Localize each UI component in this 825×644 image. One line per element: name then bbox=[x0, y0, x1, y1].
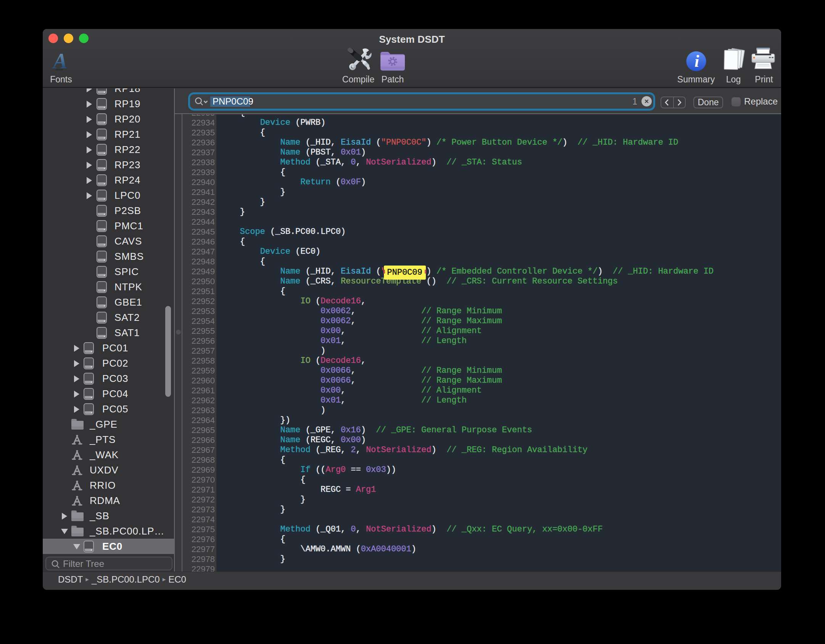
svg-text:i: i bbox=[694, 52, 699, 71]
